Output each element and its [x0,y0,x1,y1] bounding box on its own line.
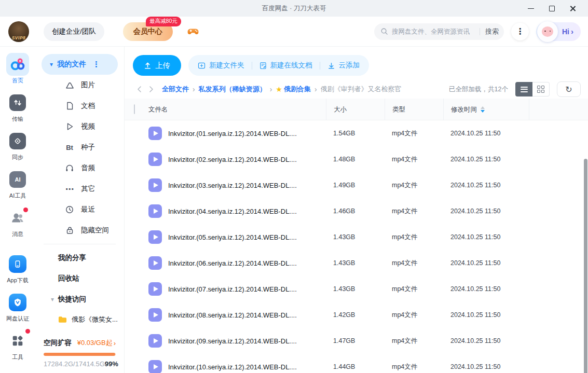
grid-view-icon [537,86,544,93]
my-files-menu-icon[interactable]: ⋮ [92,60,100,69]
user-account-pill[interactable]: Hi › [536,22,581,41]
rail-item-messages[interactable]: 消息 [6,206,29,238]
file-modified: 2024.10.25 11:50 [450,182,536,189]
sidebar-item-recent[interactable]: 最近 [35,199,124,220]
table-row[interactable]: Inkvizitor.(01.seriya.iz.12).2014.WEB-DL… [125,120,588,146]
forward-button[interactable] [145,84,157,95]
column-header-modified[interactable]: 修改时间 [443,99,536,120]
vertical-scrollbar[interactable] [584,159,587,373]
cloud-add-button[interactable]: 云添加 [327,61,360,70]
discount-badge: 最高减80元 [146,17,181,26]
sidebar-item-others[interactable]: ⋯ 其它 [35,178,124,199]
table-row[interactable]: Inkvizitor.(04.seriya.iz.12).2014.WEB-DL… [125,198,588,224]
file-name: Inkvizitor.(01.seriya.iz.12).2014.WEB-DL… [168,130,297,137]
rail-item-sync[interactable]: 同步 [6,130,29,161]
folder-icon [58,316,67,324]
rail-item-ai-tools[interactable]: AI AI工具 [6,168,29,200]
breadcrumb-current: 俄剧《审判者》又名检察官 [321,85,402,94]
sidebar-item-quick-access[interactable]: ▾ 快捷访问 [35,289,124,310]
sidebar-item-my-files[interactable]: ▾ 我的文件 ⋮ [42,54,118,75]
more-menu-icon[interactable]: ⋮ [511,23,529,40]
file-type: mp4文件 [392,311,450,320]
back-button[interactable] [134,84,145,95]
caret-down-icon[interactable]: ▾ [50,61,53,68]
search-bar: 搜索 [374,23,504,40]
breadcrumb-separator: › [270,85,272,93]
rail-item-certification[interactable]: 网盘认证 [6,291,29,323]
app-download-icon [6,253,29,275]
star-icon: ★ [276,85,282,93]
sort-icon[interactable] [481,106,485,113]
table-row[interactable]: Inkvizitor.(10.seriya.iz.12).2014.WEB-DL… [125,354,588,373]
close-button[interactable] [562,0,583,17]
sidebar-item-videos[interactable]: 视频 [35,116,124,137]
video-file-icon [148,256,162,270]
breadcrumb-series-folder[interactable]: 私发系列（稀缺资源） [199,85,266,94]
svip-avatar[interactable]: SVIP8 [8,21,29,42]
file-type: mp4文件 [392,207,450,216]
sidebar-item-my-shares[interactable]: 我的分享 [35,247,124,268]
nav-rail: 首页 传输 同步 AI AI工具 [0,47,35,373]
maximize-button[interactable] [541,0,562,17]
sidebar-item-hidden-space[interactable]: 隐藏空间 [35,220,124,241]
table-row[interactable]: Inkvizitor.(07.seriya.iz.12).2014.WEB-DL… [125,276,588,302]
ai-tools-icon: AI [6,168,29,191]
main-panel: 上传 新建文件夹 新建在线文档 云添加 [125,47,588,373]
maximize-icon [549,6,555,11]
sidebar: ▾ 我的文件 ⋮ 图片 文档 视频 Bt 种子 音频 [35,47,125,373]
minimize-icon [528,8,534,9]
minimize-button[interactable] [521,0,541,17]
sidebar-item-audio[interactable]: 音频 [35,158,124,178]
sidebar-item-pictures[interactable]: 图片 [35,75,124,95]
file-modified: 2024.10.25 11:50 [450,130,536,137]
sidebar-item-documents[interactable]: 文档 [35,95,124,116]
titlebar: 百度网盘 · 刀刀大表哥 [0,0,588,17]
breadcrumb-all-files[interactable]: 全部文件 [162,85,189,94]
sidebar-item-recycle-bin[interactable]: 回收站 [35,268,124,289]
refresh-button[interactable]: ↻ [557,81,581,97]
image-icon [64,81,75,90]
rail-item-home[interactable]: 首页 [6,53,29,85]
upload-button[interactable]: 上传 [133,55,181,76]
game-center-icon[interactable] [186,25,200,38]
breadcrumb-collection-folder[interactable]: 俄剧合集 [284,85,311,94]
rail-item-transfer[interactable]: 传输 [6,91,29,123]
list-view-button[interactable] [515,82,532,96]
table-row[interactable]: Inkvizitor.(08.seriya.iz.12).2014.WEB-DL… [125,302,588,328]
caret-down-icon[interactable]: ▾ [51,296,54,303]
file-modified: 2024.10.25 11:50 [450,285,536,293]
select-all-checkbox[interactable] [134,104,135,114]
chevron-right-icon[interactable]: › [114,339,116,347]
sidebar-item-torrents[interactable]: Bt 种子 [35,137,124,158]
table-row[interactable]: Inkvizitor.(06.seriya.iz.12).2014.WEB-DL… [125,250,588,276]
new-online-doc-button[interactable]: 新建在线文档 [259,61,312,70]
table-row[interactable]: Inkvizitor.(09.seriya.iz.12).2014.WEB-DL… [125,328,588,354]
grid-view-button[interactable] [532,82,550,96]
breadcrumb-separator: › [193,85,195,93]
create-team-button[interactable]: 创建企业/团队 [44,22,104,41]
chevron-right-icon: › [571,27,573,36]
avatar-face [542,26,553,37]
column-header-name[interactable]: 文件名 [148,99,333,120]
storage-price-link[interactable]: ¥0.03/GB起 [77,338,113,348]
file-type: mp4文件 [392,259,450,268]
rail-item-app-download[interactable]: App下载 [6,253,29,284]
file-modified: 2024.10.25 11:50 [450,337,536,344]
file-size: 1.42GB [333,311,392,319]
rail-item-tools[interactable]: 工具 [6,329,29,361]
greeting-label: Hi [562,27,569,36]
table-row[interactable]: Inkvizitor.(05.seriya.iz.12).2014.WEB-DL… [125,224,588,250]
file-type: mp4文件 [392,233,450,242]
table-row[interactable]: Inkvizitor.(03.seriya.iz.12).2014.WEB-DL… [125,172,588,198]
table-row[interactable]: Inkvizitor.(02.seriya.iz.12).2014.WEB-DL… [125,146,588,172]
new-folder-button[interactable]: 新建文件夹 [198,61,244,70]
column-header-size[interactable]: 大小 [326,99,392,120]
transfer-icon [6,91,29,114]
search-input[interactable] [392,28,474,35]
column-header-type[interactable]: 类型 [385,99,450,120]
file-name: Inkvizitor.(03.seriya.iz.12).2014.WEB-DL… [168,182,297,189]
file-modified: 2024.10.25 11:50 [450,208,536,215]
window-controls [521,0,588,17]
sidebar-item-quick-folder[interactable]: 俄影《微笑女... [35,310,124,329]
search-button[interactable]: 搜索 [485,27,499,36]
